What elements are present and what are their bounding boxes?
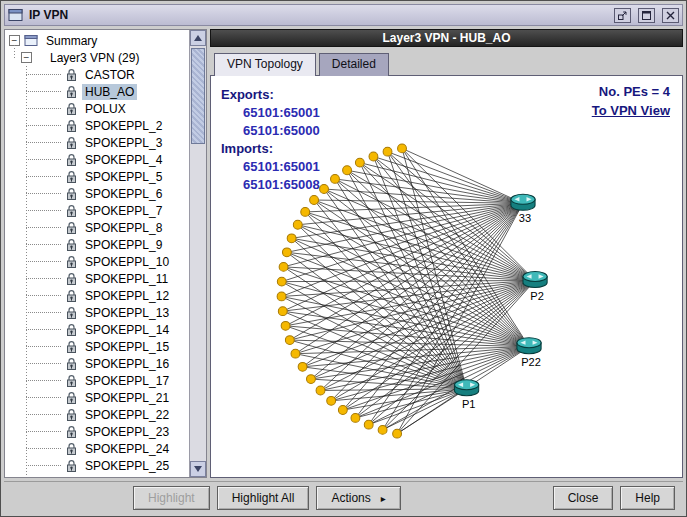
tree-node-spokeppl_14[interactable]: SPOKEPPL_14 bbox=[5, 321, 189, 338]
tree-node-spokeppl_4[interactable]: SPOKEPPL_4 bbox=[5, 151, 189, 168]
router-label: P1 bbox=[462, 398, 476, 410]
tree-node-polux[interactable]: POLUX bbox=[5, 100, 189, 117]
tree-connector bbox=[26, 108, 61, 109]
ce-site-dot[interactable] bbox=[364, 420, 373, 429]
lock-icon bbox=[65, 340, 78, 354]
tree-node-spokeppl_3[interactable]: SPOKEPPL_3 bbox=[5, 134, 189, 151]
vpn-tree[interactable]: −Summary−Layer3 VPN (29)CASTORHUB_AOPOLU… bbox=[5, 30, 189, 477]
tree-node-spokeppl_7[interactable]: SPOKEPPL_7 bbox=[5, 202, 189, 219]
ce-site-dot[interactable] bbox=[320, 185, 329, 194]
tree-node-spokeppl_6[interactable]: SPOKEPPL_6 bbox=[5, 185, 189, 202]
ce-site-dot[interactable] bbox=[327, 396, 336, 405]
ce-site-dot[interactable] bbox=[307, 375, 316, 384]
tree-node-spokeppl_10[interactable]: SPOKEPPL_10 bbox=[5, 253, 189, 270]
tree-connector bbox=[26, 397, 61, 398]
ce-site-dot[interactable] bbox=[331, 175, 340, 184]
ce-site-dot[interactable] bbox=[293, 220, 302, 229]
lock-icon bbox=[65, 170, 78, 184]
tab-vpn-topology[interactable]: VPN Topology bbox=[214, 53, 316, 76]
ce-site-dot[interactable] bbox=[298, 362, 307, 371]
pe-router-node[interactable]: P22 bbox=[517, 338, 541, 368]
ce-site-dot[interactable] bbox=[369, 152, 378, 161]
export-route-target: 65101:65000 bbox=[243, 123, 320, 138]
topology-link bbox=[303, 281, 535, 367]
ce-site-dot[interactable] bbox=[301, 208, 310, 217]
pe-router-node[interactable]: P1 bbox=[455, 380, 479, 410]
tree-node-label: POLUX bbox=[82, 101, 129, 117]
ce-site-dot[interactable] bbox=[355, 158, 364, 167]
tab-detailed[interactable]: Detailed bbox=[319, 53, 389, 76]
tree-node-spokeppl_16[interactable]: SPOKEPPL_16 bbox=[5, 355, 189, 372]
tree-connector bbox=[26, 363, 61, 364]
ce-site-dot[interactable] bbox=[393, 429, 402, 438]
tree-node-hub_ao[interactable]: HUB_AO bbox=[5, 83, 189, 100]
tree-node-spokeppl_22[interactable]: SPOKEPPL_22 bbox=[5, 406, 189, 423]
tree-node-summary[interactable]: −Summary bbox=[5, 32, 189, 49]
ce-site-dot[interactable] bbox=[338, 406, 347, 415]
actions-button[interactable]: Actions▸ bbox=[316, 486, 400, 510]
router-label: P2 bbox=[530, 290, 544, 302]
tree-node-spokeppl_25[interactable]: SPOKEPPL_25 bbox=[5, 457, 189, 474]
ce-site-dot[interactable] bbox=[281, 321, 290, 330]
tree-node-spokeppl_23[interactable]: SPOKEPPL_23 bbox=[5, 423, 189, 440]
highlight-button[interactable]: Highlight bbox=[133, 486, 210, 510]
ce-site-dot[interactable] bbox=[378, 425, 387, 434]
tree-connector bbox=[26, 261, 61, 262]
tree-connector bbox=[26, 312, 61, 313]
tree-node-spokeppl_21[interactable]: SPOKEPPL_21 bbox=[5, 389, 189, 406]
tree-node-label: SPOKEPPL_6 bbox=[82, 186, 165, 202]
scrollbar-track[interactable] bbox=[190, 46, 206, 461]
ce-site-dot[interactable] bbox=[310, 196, 319, 205]
scroll-up-button[interactable] bbox=[190, 30, 206, 46]
tree-node-spokeppl_24[interactable]: SPOKEPPL_24 bbox=[5, 440, 189, 457]
tree-toggle-icon[interactable]: − bbox=[21, 52, 32, 63]
ce-site-dot[interactable] bbox=[316, 386, 325, 395]
ce-site-dot[interactable] bbox=[279, 262, 288, 271]
tree-node-label: SPOKEPPL_4 bbox=[82, 152, 165, 168]
ce-site-dot[interactable] bbox=[282, 248, 291, 257]
maximize-button[interactable] bbox=[638, 8, 655, 23]
tree-node-label: Summary bbox=[43, 33, 100, 49]
ce-site-dot[interactable] bbox=[277, 292, 286, 301]
tree-node-spokeppl_2[interactable]: SPOKEPPL_2 bbox=[5, 117, 189, 134]
arrow-up-icon bbox=[194, 35, 202, 41]
tree-node-spokeppl_15[interactable]: SPOKEPPL_15 bbox=[5, 338, 189, 355]
ce-site-dot[interactable] bbox=[278, 307, 287, 316]
tree-node-spokeppl_11[interactable]: SPOKEPPL_11 bbox=[5, 270, 189, 287]
ce-site-dot[interactable] bbox=[287, 234, 296, 243]
ce-site-dot[interactable] bbox=[383, 147, 392, 156]
tree-node-spokeppl_5[interactable]: SPOKEPPL_5 bbox=[5, 168, 189, 185]
restore-button[interactable] bbox=[614, 8, 631, 23]
help-button[interactable]: Help bbox=[620, 486, 675, 510]
tree-node-spokeppl_13[interactable]: SPOKEPPL_13 bbox=[5, 304, 189, 321]
ce-site-dot[interactable] bbox=[398, 144, 407, 153]
ce-site-dot[interactable] bbox=[285, 336, 294, 345]
close-button[interactable] bbox=[662, 8, 679, 23]
ce-site-dot[interactable] bbox=[343, 166, 352, 175]
tree-connector bbox=[26, 448, 61, 449]
tree-node-castor[interactable]: CASTOR bbox=[5, 66, 189, 83]
lock-icon bbox=[65, 204, 78, 218]
highlight-all-button[interactable]: Highlight All bbox=[217, 486, 310, 510]
tree-node-spokeppl_12[interactable]: SPOKEPPL_12 bbox=[5, 287, 189, 304]
ce-site-dot[interactable] bbox=[351, 414, 360, 423]
pe-router-node[interactable]: P2 bbox=[523, 271, 547, 301]
tree-scrollbar[interactable] bbox=[189, 30, 206, 477]
ce-site-dot[interactable] bbox=[277, 277, 286, 286]
tree-node-spokeppl_9[interactable]: SPOKEPPL_9 bbox=[5, 236, 189, 253]
pe-router-node[interactable]: 33 bbox=[511, 194, 535, 224]
tree-node-label: SPOKEPPL_21 bbox=[82, 390, 172, 406]
tree-node-label: SPOKEPPL_12 bbox=[82, 288, 172, 304]
close-window-button[interactable]: Close bbox=[553, 486, 614, 510]
tree-node-layer3-vpn[interactable]: −Layer3 VPN (29) bbox=[5, 49, 189, 66]
scroll-down-button[interactable] bbox=[190, 461, 206, 477]
ce-site-dot[interactable] bbox=[291, 349, 300, 358]
tree-node-label: SPOKEPPL_7 bbox=[82, 203, 165, 219]
to-vpn-view-link[interactable]: To VPN View bbox=[592, 103, 670, 118]
tree-node-spokeppl_8[interactable]: SPOKEPPL_8 bbox=[5, 219, 189, 236]
scrollbar-thumb[interactable] bbox=[191, 48, 205, 144]
tree-node-spokeppl_17[interactable]: SPOKEPPL_17 bbox=[5, 372, 189, 389]
pe-count: No. PEs = 4 bbox=[599, 84, 670, 99]
lock-icon bbox=[65, 391, 78, 405]
tree-connector bbox=[26, 210, 61, 211]
